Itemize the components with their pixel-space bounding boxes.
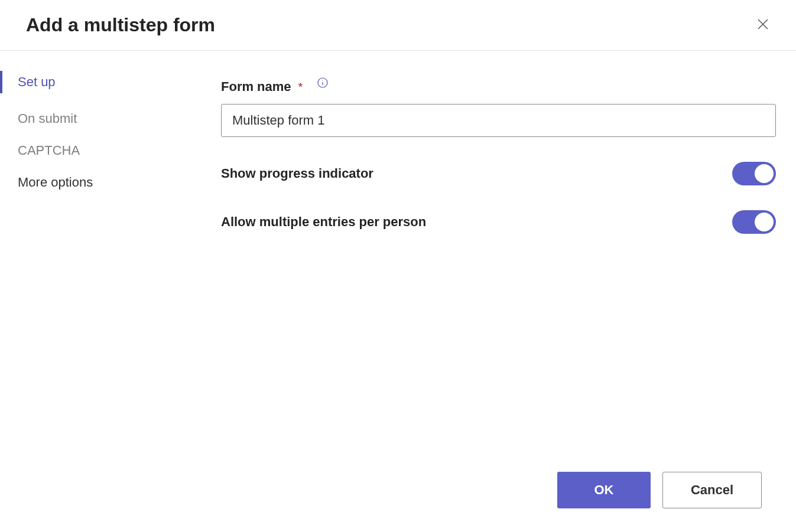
sidebar-item-label: On submit: [18, 111, 77, 126]
sidebar: Set up On submit CAPTCHA More options: [0, 51, 201, 472]
close-button[interactable]: [753, 16, 772, 35]
toggle-knob: [755, 213, 774, 231]
dialog-title: Add a multistep form: [26, 14, 215, 36]
info-icon[interactable]: [317, 77, 329, 89]
svg-point-4: [323, 80, 323, 80]
allow-multiple-label: Allow multiple entries per person: [221, 214, 426, 230]
form-name-label-row: Form name *: [221, 79, 776, 94]
main-panel: Form name * Show progress indicator: [201, 51, 796, 472]
form-name-label: Form name: [221, 79, 291, 94]
sidebar-item-label: More options: [18, 175, 93, 190]
required-indicator: *: [298, 80, 303, 94]
allow-multiple-toggle[interactable]: [732, 210, 776, 234]
show-progress-row: Show progress indicator: [221, 162, 776, 185]
add-multistep-form-dialog: Add a multistep form Set up On submit CA…: [0, 0, 796, 532]
sidebar-item-label: Set up: [18, 74, 56, 89]
sidebar-item-set-up[interactable]: Set up: [0, 71, 201, 93]
close-icon: [756, 17, 770, 33]
dialog-footer: OK Cancel: [0, 472, 796, 532]
toggle-knob: [755, 164, 774, 183]
allow-multiple-row: Allow multiple entries per person: [221, 210, 776, 234]
sidebar-item-captcha[interactable]: CAPTCHA: [0, 135, 201, 167]
dialog-body: Set up On submit CAPTCHA More options Fo…: [0, 51, 796, 472]
form-name-input[interactable]: [221, 104, 776, 137]
cancel-button[interactable]: Cancel: [662, 472, 762, 508]
show-progress-label: Show progress indicator: [221, 166, 373, 181]
dialog-header: Add a multistep form: [0, 0, 796, 51]
show-progress-toggle[interactable]: [732, 162, 776, 185]
sidebar-item-more-options[interactable]: More options: [0, 167, 201, 198]
ok-button[interactable]: OK: [557, 472, 651, 508]
sidebar-item-label: CAPTCHA: [18, 143, 80, 158]
sidebar-item-on-submit[interactable]: On submit: [0, 103, 201, 135]
